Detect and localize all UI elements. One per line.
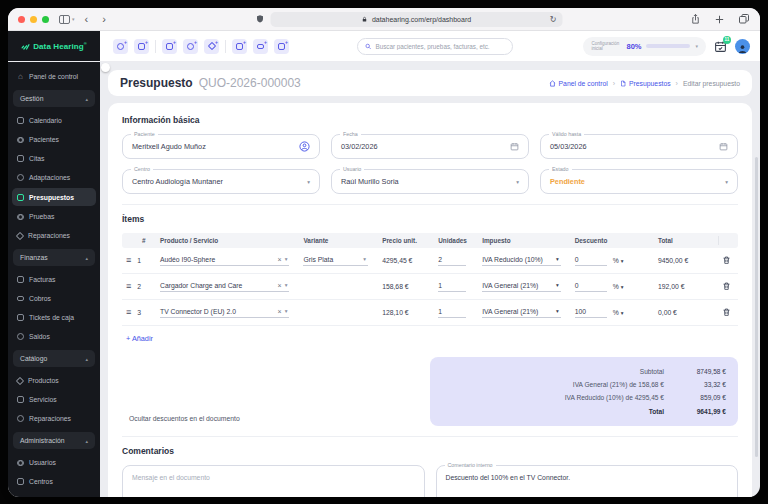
sidebar-item-productos[interactable]: Productos xyxy=(8,371,100,390)
sidebar-toggle-icon[interactable] xyxy=(59,15,70,24)
trash-icon[interactable] xyxy=(722,307,731,317)
new-patient-button[interactable]: + xyxy=(113,39,128,54)
close-window-button[interactable] xyxy=(18,16,25,23)
discount-unit-select[interactable]: %▾ xyxy=(613,309,624,316)
search-input[interactable] xyxy=(375,43,505,50)
new-tab-icon[interactable] xyxy=(714,14,725,25)
plus-icon: + xyxy=(264,39,267,45)
sidebar-item-pruebas[interactable]: Pruebas xyxy=(8,207,100,226)
new-ticket-button[interactable]: + xyxy=(274,39,289,54)
tax-select[interactable]: IVA General (21%)▾ xyxy=(482,282,561,292)
centro-select[interactable]: Centro Centro Audiología Muntaner ▾ xyxy=(122,169,320,194)
breadcrumb-presupuestos[interactable]: Presupuestos xyxy=(620,80,671,87)
sidebar-item-servicios[interactable]: Servicios xyxy=(8,390,100,409)
refresh-icon[interactable]: ↻ xyxy=(550,15,557,24)
drag-handle-icon[interactable]: ≡ xyxy=(126,256,131,265)
product-select[interactable]: Cargador Charge and Care×▾ xyxy=(160,282,289,292)
new-invoice-button[interactable]: + xyxy=(232,39,247,54)
paciente-field[interactable]: Paciente Meritxell Agudo Muñoz xyxy=(122,134,320,159)
shield-icon[interactable] xyxy=(256,14,265,24)
calendar-icon[interactable] xyxy=(719,142,728,151)
hide-discounts-toggle[interactable]: Ocultar descuentos en el documento xyxy=(122,415,240,422)
sidebar-item-presupuestos[interactable]: Presupuestos xyxy=(12,188,96,206)
patients-icon xyxy=(17,136,24,143)
sidebar-item-reparaciones-catalogo[interactable]: Reparaciones xyxy=(8,409,100,428)
drag-handle-icon[interactable]: ≡ xyxy=(126,282,131,291)
new-quote-button[interactable]: + xyxy=(162,39,177,54)
sidebar-section-gestion[interactable]: Gestión▴ xyxy=(13,90,95,107)
units-input[interactable]: 1 xyxy=(438,282,466,292)
trash-icon[interactable] xyxy=(722,255,731,265)
minimize-window-button[interactable] xyxy=(30,16,37,23)
discount-unit-select[interactable]: %▾ xyxy=(613,283,624,290)
global-search[interactable] xyxy=(357,38,513,55)
scrollbar[interactable] xyxy=(755,157,758,457)
sidebar-item-adaptaciones[interactable]: Adaptaciones xyxy=(8,168,100,187)
forward-button[interactable]: › xyxy=(102,13,106,25)
quote-form-card: Información básica Paciente Meritxell Ag… xyxy=(108,103,752,497)
sidebar-item-usuarios[interactable]: Usuarios xyxy=(8,453,100,472)
sidebar-section-finanzas[interactable]: Finanzas▴ xyxy=(13,249,95,266)
document-message-textarea[interactable]: Mensaje en el documento xyxy=(122,465,425,497)
tab-overview-icon[interactable] xyxy=(738,13,750,25)
usuario-select[interactable]: Usuario Raúl Murillo Soria ▾ xyxy=(331,169,529,194)
setup-progress-percent: 80% xyxy=(626,42,641,51)
sidebar-item-citas[interactable]: Citas xyxy=(8,149,100,168)
lock-icon xyxy=(362,16,368,23)
unit-price: 4295,45 € xyxy=(378,257,434,264)
calendar-icon[interactable] xyxy=(510,142,519,151)
breadcrumb-panel-de-control[interactable]: Panel de control xyxy=(549,80,608,87)
chevron-down-icon: ▾ xyxy=(556,282,559,288)
new-test-button[interactable]: + xyxy=(204,39,219,54)
discount-input[interactable]: 0 xyxy=(575,256,607,266)
avatar-person-icon xyxy=(737,43,748,54)
tax-select[interactable]: IVA General (21%)▾ xyxy=(482,308,561,318)
page-title: Presupuesto xyxy=(120,76,193,90)
address-bar[interactable]: datahearing.com/erp/dashboard ↻ xyxy=(271,12,563,27)
drag-handle-icon[interactable]: ≡ xyxy=(126,308,131,317)
share-icon[interactable] xyxy=(690,13,701,25)
internal-comment-textarea[interactable]: Comentario interno Descuento del 100% en… xyxy=(436,465,739,497)
sidebar-item-facturas[interactable]: Facturas xyxy=(8,270,100,289)
sidebar-section-administracion[interactable]: Administración▴ xyxy=(13,432,95,449)
back-button[interactable]: ‹ xyxy=(85,13,89,25)
sidebar-item-reparaciones[interactable]: Reparaciones xyxy=(8,226,100,245)
sidebar-item-calendario[interactable]: Calendario xyxy=(8,111,100,130)
units-input[interactable]: 2 xyxy=(438,256,466,266)
setup-progress[interactable]: Configuracióninicial 80% ▾ xyxy=(583,37,706,56)
zoom-window-button[interactable] xyxy=(42,16,49,23)
new-payment-button[interactable]: + xyxy=(253,39,268,54)
sidebar-item-saldos[interactable]: Saldos xyxy=(8,327,100,346)
product-select[interactable]: Audéo I90-Sphere×▾ xyxy=(160,256,289,266)
clear-icon[interactable]: × xyxy=(278,282,282,289)
variant-select[interactable]: Gris Plata▾ xyxy=(303,256,368,266)
fecha-field[interactable]: Fecha 03/02/2026 xyxy=(331,134,529,159)
tax-select[interactable]: IVA Reducido (10%)▾ xyxy=(482,256,561,266)
units-input[interactable]: 1 xyxy=(438,308,466,318)
brand-logo[interactable]: Data Hearing® xyxy=(8,31,100,61)
chevron-down-icon[interactable]: ▾ xyxy=(72,16,75,22)
notifications-button[interactable]: 11 xyxy=(714,40,727,53)
sidebar-section-catalogo[interactable]: Catálogo▴ xyxy=(13,350,95,367)
sidebar-item-pacientes[interactable]: Pacientes xyxy=(8,130,100,149)
sidebar-item-panel-de-control[interactable]: ⌂Panel de control xyxy=(8,67,100,86)
discount-unit-select[interactable]: %▾ xyxy=(613,257,624,264)
line-total: 192,00 € xyxy=(654,283,718,290)
sidebar-item-tickets-de-caja[interactable]: Tickets de caja xyxy=(8,308,100,327)
sidebar-item-cobros[interactable]: Cobros xyxy=(8,289,100,308)
patient-profile-icon[interactable] xyxy=(299,141,310,152)
product-select[interactable]: TV Connector D (EU) 2.0×▾ xyxy=(160,308,289,318)
fecha-label: Fecha xyxy=(340,131,361,137)
valido-hasta-field[interactable]: Válido hasta 05/03/2026 xyxy=(540,134,738,159)
estado-select[interactable]: Estado Pendiente ▾ xyxy=(540,169,738,194)
discount-input[interactable]: 100 xyxy=(575,308,607,318)
new-appointment-button[interactable]: + xyxy=(134,39,149,54)
new-adaptation-button[interactable]: + xyxy=(183,39,198,54)
discount-input[interactable]: 0 xyxy=(575,282,607,292)
user-avatar[interactable] xyxy=(735,39,750,54)
clear-icon[interactable]: × xyxy=(278,308,282,315)
add-item-button[interactable]: + Añadir xyxy=(126,334,153,343)
sidebar-item-centros[interactable]: Centros xyxy=(8,472,100,491)
trash-icon[interactable] xyxy=(722,281,731,291)
clear-icon[interactable]: × xyxy=(278,256,282,263)
